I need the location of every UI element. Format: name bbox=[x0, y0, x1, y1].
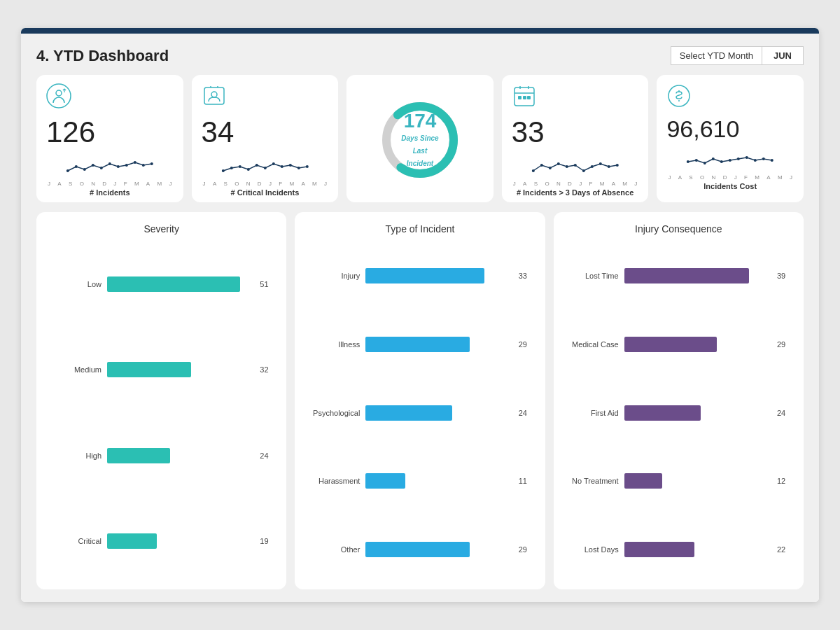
consequence-first-aid-label: First Aid bbox=[566, 409, 619, 417]
severity-critical-bar-fill bbox=[107, 533, 157, 549]
severity-medium-bar-fill bbox=[107, 362, 191, 377]
consequence-lost-time-value: 39 bbox=[777, 272, 791, 280]
svg-point-9 bbox=[125, 164, 128, 167]
severity-critical-value: 19 bbox=[260, 537, 274, 545]
consequence-lost-days-bar-fill bbox=[624, 542, 694, 557]
ytd-value[interactable]: JUN bbox=[762, 46, 804, 65]
severity-medium-bar-outer bbox=[107, 362, 251, 377]
severity-high-bar-fill bbox=[107, 448, 170, 463]
svg-point-36 bbox=[566, 165, 568, 168]
svg-point-45 bbox=[695, 159, 698, 162]
severity-chart-card: Severity Low 51 Medium 32 bbox=[36, 212, 286, 589]
dashboard-title: 4. YTD Dashboard bbox=[36, 47, 169, 65]
type-injury-bar-fill bbox=[365, 268, 484, 284]
type-injury-value: 33 bbox=[519, 272, 533, 280]
consequence-no-treatment-bar-fill bbox=[624, 473, 663, 489]
type-bar-injury: Injury 33 bbox=[307, 268, 532, 284]
severity-low-value: 51 bbox=[260, 280, 274, 288]
severity-high-label: High bbox=[49, 451, 102, 460]
svg-point-40 bbox=[599, 162, 602, 165]
consequence-lost-days-value: 22 bbox=[777, 545, 791, 554]
days-since-number: 174 bbox=[399, 111, 441, 131]
injury-consequence-title: Injury Consequence bbox=[566, 223, 791, 234]
severity-bar-chart: Low 51 Medium 32 High bbox=[49, 244, 274, 581]
consequence-medical-label: Medical Case bbox=[566, 340, 619, 349]
incident-type-chart-card: Type of Incident Injury 33 Illness bbox=[295, 212, 545, 589]
severity-medium-value: 32 bbox=[260, 365, 274, 374]
svg-point-38 bbox=[582, 169, 585, 172]
consequence-first-aid-value: 24 bbox=[777, 409, 791, 417]
svg-point-4 bbox=[83, 168, 86, 171]
kpi-card-absence: 33 JASONDJFMAMJ bbox=[502, 75, 649, 202]
ytd-selector[interactable]: Select YTD Month JUN bbox=[671, 46, 804, 65]
type-psychological-label: Psychological bbox=[307, 409, 360, 417]
type-bar-psychological: Psychological 24 bbox=[307, 405, 532, 421]
injury-consequence-chart-card: Injury Consequence Lost Time 39 Medical … bbox=[554, 212, 804, 589]
severity-bar-low: Low 51 bbox=[49, 276, 274, 292]
svg-point-11 bbox=[142, 164, 145, 167]
svg-point-34 bbox=[549, 167, 552, 169]
absence-icon bbox=[512, 83, 537, 113]
svg-point-46 bbox=[704, 162, 706, 164]
svg-point-47 bbox=[712, 158, 715, 160]
consequence-bar-no-treatment: No Treatment 12 bbox=[566, 473, 791, 489]
severity-title: Severity bbox=[49, 223, 274, 234]
severity-low-bar-fill bbox=[107, 276, 240, 292]
severity-bar-critical: Critical 19 bbox=[49, 533, 274, 549]
type-bar-harassment: Harassment 11 bbox=[307, 473, 532, 489]
days-since-sub: Days SinceLast Incident bbox=[401, 134, 438, 167]
absence-axis: JASONDJFMAMJ bbox=[512, 181, 639, 187]
consequence-lost-time-label: Lost Time bbox=[566, 272, 619, 280]
dashboard-content: 4. YTD Dashboard Select YTD Month JUN bbox=[21, 34, 819, 602]
type-other-value: 29 bbox=[519, 545, 533, 554]
type-illness-bar-fill bbox=[365, 337, 470, 352]
consequence-bar-lost-days: Lost Days 22 bbox=[566, 542, 791, 557]
svg-point-23 bbox=[288, 164, 291, 167]
injury-consequence-bar-chart: Lost Time 39 Medical Case 29 bbox=[566, 244, 791, 581]
type-psychological-bar-fill bbox=[365, 405, 451, 421]
cost-number: 96,610 bbox=[666, 116, 739, 142]
cost-axis: JASONDJFMAMJ bbox=[666, 174, 794, 181]
absence-label: # Incidents > 3 Days of Absence bbox=[512, 188, 639, 197]
incidents-icon bbox=[46, 83, 71, 113]
svg-point-8 bbox=[117, 165, 120, 168]
critical-axis: JASONDJFMAMJ bbox=[202, 181, 329, 187]
critical-icon bbox=[202, 83, 227, 113]
svg-point-15 bbox=[221, 169, 224, 172]
incidents-number: 126 bbox=[46, 116, 95, 148]
top-bar bbox=[21, 28, 819, 34]
incident-type-title: Type of Incident bbox=[307, 223, 532, 234]
severity-critical-bar-outer bbox=[107, 533, 251, 549]
svg-point-39 bbox=[591, 165, 594, 168]
type-harassment-label: Harassment bbox=[307, 477, 360, 485]
severity-high-bar-outer bbox=[107, 448, 251, 463]
cost-sparkline bbox=[666, 145, 794, 172]
svg-point-19 bbox=[255, 164, 258, 167]
svg-point-20 bbox=[263, 167, 266, 169]
ytd-label: Select YTD Month bbox=[671, 46, 762, 65]
donut-container: 174 Days SinceLast Incident bbox=[378, 98, 462, 182]
svg-point-35 bbox=[557, 162, 560, 165]
type-illness-value: 29 bbox=[519, 340, 533, 349]
svg-point-3 bbox=[75, 165, 78, 168]
incidents-axis: JASONDJFMAMJ bbox=[46, 181, 174, 187]
type-harassment-bar-outer bbox=[365, 473, 509, 489]
svg-point-12 bbox=[150, 162, 153, 165]
type-injury-bar-outer bbox=[365, 268, 509, 284]
consequence-first-aid-bar-outer bbox=[624, 405, 768, 421]
consequence-bar-medical: Medical Case 29 bbox=[566, 337, 791, 352]
svg-point-10 bbox=[134, 161, 136, 164]
cost-label: Incidents Cost bbox=[666, 182, 794, 190]
consequence-medical-bar-fill bbox=[624, 337, 717, 352]
critical-sparkline bbox=[202, 151, 329, 178]
svg-point-43 bbox=[668, 85, 690, 106]
svg-point-18 bbox=[246, 168, 249, 171]
type-other-bar-fill bbox=[365, 542, 470, 557]
type-harassment-bar-fill bbox=[365, 473, 405, 489]
svg-point-42 bbox=[616, 164, 619, 167]
svg-point-52 bbox=[754, 159, 757, 162]
svg-point-49 bbox=[729, 159, 732, 162]
absence-sparkline bbox=[512, 151, 639, 178]
svg-point-51 bbox=[746, 156, 748, 159]
svg-point-54 bbox=[771, 159, 774, 162]
